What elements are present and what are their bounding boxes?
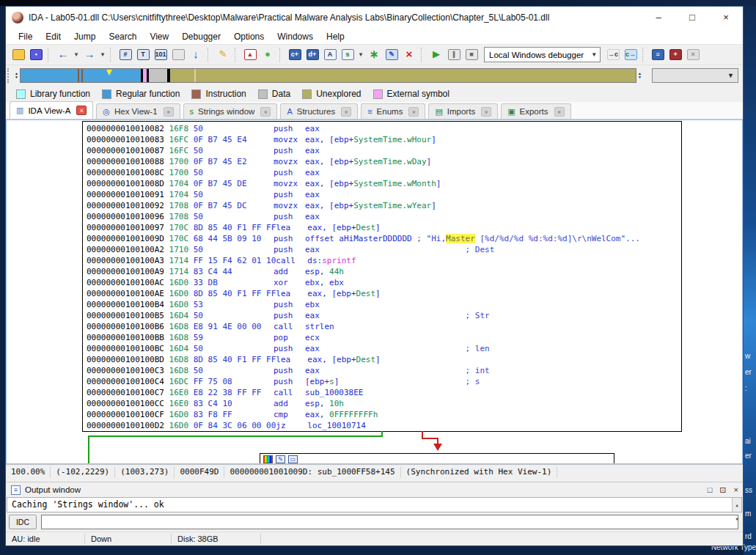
asm-line[interactable]: 00000000100100C316D850pusheax ; int: [87, 365, 681, 376]
search-binary-icon[interactable]: #: [117, 47, 133, 63]
nav-forward-icon[interactable]: →: [81, 47, 98, 63]
band-drag-handle[interactable]: [7, 68, 12, 83]
close-icon[interactable]: ×: [481, 107, 491, 117]
output-log[interactable]: Caching 'Strings window'... ok ▲▼: [7, 497, 742, 512]
menu-search[interactable]: Search: [102, 29, 143, 45]
close-icon[interactable]: ×: [260, 107, 271, 117]
asm-line[interactable]: 000000001001008716FC50pusheax: [87, 145, 681, 156]
asm-line[interactable]: 00000000100100C416DCFF 75 08push[ebp+s] …: [87, 376, 681, 387]
output-scrollbar[interactable]: ▲▼: [732, 498, 741, 512]
asm-line[interactable]: 000000001001008817000F B7 45 E2movzxeax,…: [87, 156, 681, 167]
debugger-selector[interactable]: Local Windows debugger▼: [484, 47, 601, 62]
close-icon[interactable]: ×: [341, 107, 351, 117]
asm-line[interactable]: 00000000100100B416D053pushebx: [87, 299, 681, 310]
asm-line[interactable]: 00000000100100BD16D88D 85 40 F1 FF FFlea…: [87, 354, 681, 365]
asm-line[interactable]: 00000000100100CF16D083 F8 FFcmpeax, 0FFF…: [87, 409, 681, 420]
save-icon[interactable]: ▪: [28, 47, 44, 63]
band-left-arrows-icon[interactable]: ▲▼: [13, 72, 20, 79]
problems-list-icon[interactable]: ▲: [242, 47, 258, 63]
tab-strings-window[interactable]: sStrings window×: [183, 103, 278, 119]
asm-line[interactable]: 000000001001008216F850pusheax: [87, 123, 681, 134]
graph-view[interactable]: 000000001001008216F850pusheax00000000100…: [6, 120, 743, 464]
band-zoom-combobox[interactable]: ▼: [652, 68, 738, 83]
search-text-icon[interactable]: T: [135, 47, 151, 63]
asm-line[interactable]: 00000000100100D216D00F 84 3C 06 00 00jzl…: [87, 420, 681, 431]
asm-line[interactable]: 00000000100100A2171050pusheax ; Dest: [87, 244, 681, 255]
struct-dropdown-icon[interactable]: ▾: [357, 47, 364, 63]
create-struct-icon[interactable]: s: [340, 47, 356, 63]
idc-button[interactable]: IDC: [9, 515, 37, 529]
edit-function-icon[interactable]: ✎: [383, 47, 400, 63]
menu-help[interactable]: Help: [320, 29, 351, 45]
output-maximize-icon[interactable]: □: [708, 485, 713, 495]
asm-line[interactable]: 00000000100100A31714FF 15 F4 62 01 10cal…: [87, 255, 681, 266]
close-icon[interactable]: ×: [164, 107, 174, 117]
close-icon[interactable]: ×: [554, 107, 565, 117]
debug-pause-icon[interactable]: ∥: [446, 47, 462, 63]
nav-back-dropdown-icon[interactable]: ▾: [73, 47, 80, 63]
undefine-icon[interactable]: ×: [401, 47, 417, 63]
debug-stop-icon[interactable]: ■: [463, 47, 480, 63]
tab-exports[interactable]: ▣Exports×: [501, 103, 570, 119]
asm-line[interactable]: 0000000010010091170450pusheax: [87, 189, 681, 200]
search-next-icon[interactable]: [170, 47, 186, 63]
node-color-icon[interactable]: [263, 455, 273, 463]
output-float-icon[interactable]: ⊡: [719, 485, 726, 495]
highlight-lock-icon[interactable]: ✎: [215, 47, 231, 63]
delete-breakpoint-icon[interactable]: ×: [685, 47, 701, 63]
open-file-icon[interactable]: [10, 47, 26, 63]
graph-node-disassembly[interactable]: 000000001001008216F850pusheax00000000100…: [82, 121, 682, 432]
nav-forward-dropdown-icon[interactable]: ▾: [99, 47, 106, 63]
asm-line[interactable]: 0000000010010097170C8D 85 40 F1 FF FFlea…: [87, 222, 681, 233]
breakpoint-list-icon[interactable]: ≡: [650, 47, 666, 63]
menu-options[interactable]: Options: [227, 29, 271, 45]
asm-line[interactable]: 00000000100100A9171483 C4 44addesp, 44h: [87, 266, 681, 277]
menu-debugger[interactable]: Debugger: [175, 29, 227, 45]
menu-edit[interactable]: Edit: [39, 29, 67, 45]
tab-enums[interactable]: ≡Enums×: [361, 103, 425, 119]
asm-line[interactable]: 000000001001009D170C68 44 5B 09 10pushof…: [87, 233, 681, 244]
asm-line[interactable]: 00000000100100CC16E083 C4 10addesp, 10h: [87, 398, 681, 409]
jump-down-icon[interactable]: ↓: [188, 47, 204, 63]
close-icon[interactable]: ×: [408, 107, 419, 117]
tab-hex-view-1[interactable]: ◎Hex View-1×: [96, 103, 180, 119]
menu-file[interactable]: File: [12, 29, 39, 45]
scroll-down-icon[interactable]: ▼: [735, 512, 738, 526]
create-data-icon[interactable]: d+: [304, 47, 320, 63]
graph-node-next-block[interactable]: ✎▭: [260, 453, 614, 464]
output-title-bar[interactable]: ≡ Output window □⊡×: [6, 482, 743, 497]
create-enum-icon[interactable]: ∗: [366, 47, 382, 63]
scroll-up-icon[interactable]: ▲: [735, 498, 738, 512]
asm-line[interactable]: 00000000100100BB16D859popecx: [87, 332, 681, 343]
asm-line[interactable]: 000000001001008316FC0F B7 45 E4movzxeax,…: [87, 134, 681, 145]
nav-back-icon[interactable]: ←: [55, 47, 71, 63]
node-collapse-icon[interactable]: ▭: [288, 455, 298, 463]
close-icon[interactable]: ×: [76, 106, 87, 115]
menu-jump[interactable]: Jump: [67, 29, 102, 45]
create-string-icon[interactable]: A: [322, 47, 338, 63]
output-close-icon[interactable]: ×: [734, 485, 738, 495]
asm-line[interactable]: 000000001001008D17040F B7 45 DEmovzxeax,…: [87, 178, 681, 189]
tab-imports[interactable]: ▤Imports×: [428, 103, 498, 119]
add-breakpoint-icon[interactable]: +: [667, 47, 683, 63]
tab-structures[interactable]: AStructures×: [280, 103, 358, 119]
search-immediate-icon[interactable]: 101: [153, 47, 169, 63]
create-code-icon[interactable]: c+: [287, 47, 303, 63]
title-bar[interactable]: IDA - Lab05-01.dll C:\Users\cnitfiftythr…: [6, 7, 743, 29]
asm-line[interactable]: 00000000100100AC16D033 DBxorebx, ebx: [87, 277, 681, 288]
band-right-arrows-icon[interactable]: ▲▼: [636, 72, 643, 79]
command-input[interactable]: [41, 515, 738, 529]
asm-line[interactable]: 00000000100100B516D450pusheax ; Str: [87, 310, 681, 321]
detach-process-icon[interactable]: c→: [623, 47, 639, 63]
minimize-button[interactable]: –: [642, 7, 675, 29]
asm-line[interactable]: 0000000010010096170850pusheax: [87, 211, 681, 222]
asm-line[interactable]: 00000000100100BC16D450pusheax ; len: [87, 343, 681, 354]
debug-run-icon[interactable]: ▶: [428, 47, 444, 63]
asm-line[interactable]: 00000000100100B616D8E8 91 4E 00 00callst…: [87, 321, 681, 332]
menu-view[interactable]: View: [143, 29, 175, 45]
node-edit-icon[interactable]: ✎: [276, 455, 285, 463]
attach-process-icon[interactable]: →c: [605, 47, 621, 63]
navigation-band[interactable]: [20, 68, 636, 83]
asm-line[interactable]: 00000000100100C716E0E8 22 38 FF FFcallsu…: [87, 387, 681, 398]
analysis-indicator-icon[interactable]: ●: [260, 47, 276, 63]
